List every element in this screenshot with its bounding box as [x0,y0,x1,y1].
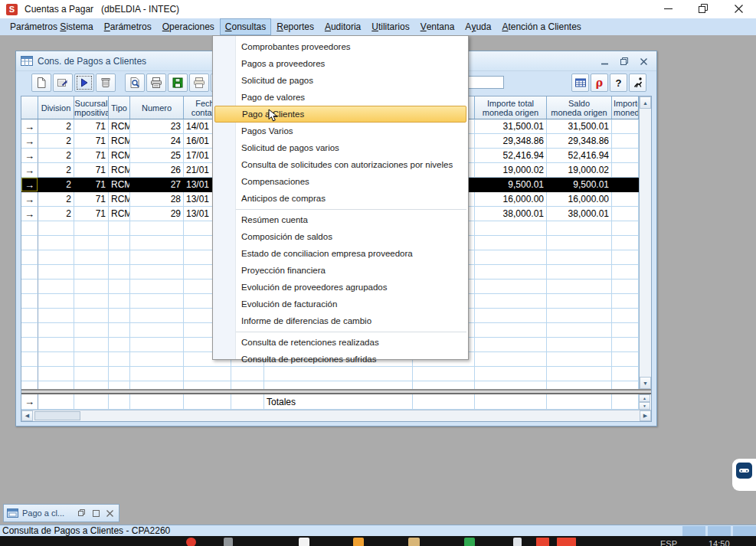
exit-button[interactable] [629,74,646,92]
menu-item-compensaciones[interactable]: Compensaciones [213,173,468,190]
minimized-window-pago-a-clientes[interactable]: Pago a cl... [3,504,119,522]
menu-item-consulta-de-percepciones-sufridas[interactable]: Consulta de percepciones sufridas [213,351,468,368]
menubar-item-par-metros[interactable]: Parámetros [99,18,157,35]
save-button[interactable] [168,74,188,92]
cell-empty [109,352,130,367]
cell-empty [38,381,74,389]
taskbar-language[interactable]: ESP [660,539,677,546]
delete-record-button[interactable] [96,74,116,92]
grid-row-empty [21,367,639,381]
scroll-up-button[interactable]: ▲ [640,96,651,109]
run-query-button[interactable] [74,74,94,92]
totals-spinner[interactable]: ▲ ▼ [639,394,651,410]
min-maximize-button[interactable] [93,506,100,520]
menu-item-pagos-a-proveedores[interactable]: Pagos a proveedores [213,55,468,72]
min-restore-button[interactable] [78,506,86,520]
status-panel [708,526,731,536]
help-button[interactable]: ? [610,74,627,92]
menu-item-pagos-varios[interactable]: Pagos Varios [213,123,468,139]
menubar-item-atenci-n-a-clientes[interactable]: Atención a Clientes [496,18,586,35]
rho-tool-button[interactable]: ρ [591,74,608,92]
menu-item-label: Resúmen cuenta [241,215,308,224]
print-preview-button[interactable] [125,74,145,92]
menu-item-anticipos-de-compras[interactable]: Anticipos de compras [213,190,468,207]
spinner-up-button[interactable]: ▲ [639,394,650,402]
taskbar-app-icon[interactable] [353,538,364,546]
new-record-button[interactable] [31,74,51,92]
menubar-access-key: R [277,21,283,32]
scroll-right-button[interactable]: ▶ [640,410,651,421]
menu-item-composici-n-de-saldos[interactable]: Composición de saldos [213,228,468,245]
menubar-item-utilitarios[interactable]: Utilitarios [366,18,414,35]
taskbar-app-icon[interactable] [186,538,196,546]
cell-sucursal_impositiva: 71 [74,178,109,192]
column-header-numero[interactable]: Numero [130,96,184,119]
horizontal-scrollbar[interactable]: ◀ ▶ [21,410,651,421]
menu-item-evoluci-n-de-facturaci-n[interactable]: Evolución de facturación [213,296,468,312]
taskbar-clock[interactable]: 14:50 [709,539,730,546]
column-header-saldo_moneda_origen[interactable]: Saldomoneda origen [547,96,612,119]
column-header-importe_total_moneda_origen[interactable]: Importe totalmoneda origen [475,96,547,119]
spinner-down-button[interactable]: ▼ [639,402,650,410]
child-restore-button[interactable] [620,54,628,68]
menu-item-solicitud-de-pagos-varios[interactable]: Solicitud de pagos varios [213,139,468,156]
menu-item-comprobantes-proveedores[interactable]: Comprobantes proveedores [213,38,468,55]
column-header-sucursal_impositiva[interactable]: Sucursalimpositiva [74,96,109,119]
teamviewer-icon[interactable] [732,459,756,491]
taskbar-app-icon[interactable] [557,538,576,546]
menu-item-consulta-de-retenciones-realizadas[interactable]: Consulta de retenciones realizadas [213,334,468,351]
menu-item-res-men-cuenta[interactable]: Resúmen cuenta [213,211,468,228]
close-button[interactable] [721,0,756,18]
scroll-left-button[interactable]: ◀ [21,410,33,421]
menubar-access-key: A [502,21,508,32]
printer-icon [150,77,162,89]
menu-item-evoluci-n-de-proveedores-agrupados[interactable]: Evolución de proveedores agrupados [213,279,468,296]
grid-view-button[interactable] [571,74,589,92]
cell-totals [130,394,184,410]
taskbar-app-icon[interactable] [224,538,233,546]
minimize-button[interactable] [650,0,686,18]
cell-importe_moneda [612,163,639,178]
menu-item-pago-a-clientes[interactable]: Pago a Clientes [214,106,466,123]
menu-item-proyecci-n-financiera[interactable]: Proyección financiera [213,262,468,279]
column-header-tipo[interactable]: Tipo [109,96,130,119]
menu-item-informe-de-diferencias-de-cambio[interactable]: Informe de diferencias de cambio [213,312,468,329]
horizontal-scroll-thumb[interactable] [34,411,80,420]
menubar-item-auditoria[interactable]: Auditoria [319,18,366,35]
cell-empty [74,381,109,389]
taskbar-app-icon[interactable] [513,538,522,546]
cell-empty [475,309,547,323]
taskbar[interactable]: ESP 14:50 [0,536,756,546]
menubar-item-operaciones[interactable]: Operaciones [157,18,220,35]
taskbar-app-icon[interactable] [299,538,309,546]
taskbar-app-icon[interactable] [464,538,475,546]
menu-item-solicitud-de-pagos[interactable]: Solicitud de pagos [213,72,468,89]
menubar-item-consultas[interactable]: Consultas [220,18,271,35]
cell-empty [38,280,74,294]
cell-empty [130,352,184,367]
child-close-button[interactable] [640,54,647,68]
scroll-down-button[interactable]: ▼ [640,377,651,389]
child-minimize-button[interactable] [601,54,608,68]
menubar-item-reportes[interactable]: Reportes [271,18,319,35]
taskbar-app-icon[interactable] [536,538,549,546]
menubar-item-par-metros-sistema[interactable]: Parámetros Sistema [5,18,99,35]
vertical-scrollbar[interactable]: ▲ ▼ [639,96,651,389]
cell-empty [74,294,109,309]
column-header-division[interactable]: Division [38,96,74,119]
menu-item-consulta-de-solicitudes-con-autorizaciones-por-niveles[interactable]: Consulta de solicitudes con autorizacion… [213,156,468,173]
print-alt-button[interactable] [189,74,209,92]
column-header-importe_moneda[interactable]: Importemoneda [612,96,639,119]
menu-item-estado-de-conciliacion-empresa-proveedora[interactable]: Estado de conciliacion empresa proveedor… [213,245,468,262]
edit-record-button[interactable] [53,74,73,92]
min-close-button[interactable] [106,506,113,520]
cell-empty [130,236,184,250]
print-button[interactable] [146,74,166,92]
menubar-item-ayuda[interactable]: Ayuda [460,18,496,35]
menu-item-pago-de-valores[interactable]: Pago de valores [213,89,468,106]
column-header-marker[interactable] [21,96,38,119]
menubar-item-ventana[interactable]: Ventana [415,18,460,35]
restore-button[interactable] [686,0,721,18]
taskbar-app-icon[interactable] [408,538,420,546]
preview-icon [129,77,141,89]
